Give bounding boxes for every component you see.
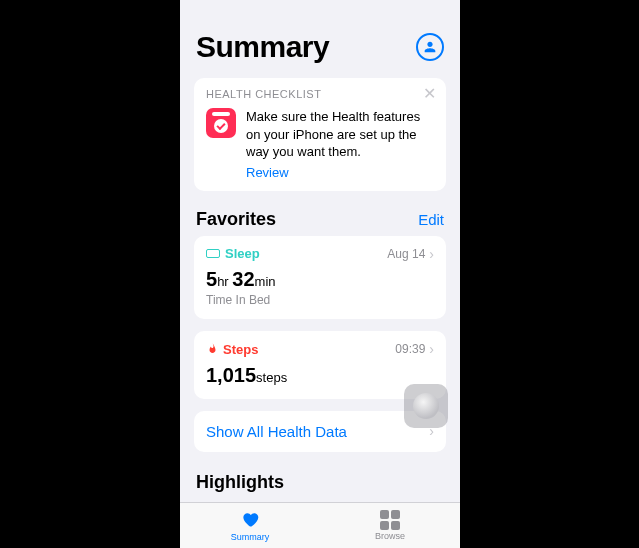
steps-metric: 1,015steps	[206, 364, 434, 387]
sleep-category: Sleep	[206, 246, 260, 261]
favorites-header: Favorites Edit	[194, 205, 446, 236]
sleep-label: Sleep	[225, 246, 260, 261]
flame-icon	[206, 341, 218, 358]
steps-label: Steps	[223, 342, 258, 357]
sleep-sub: Time In Bed	[206, 293, 434, 307]
checklist-text: Make sure the Health features on your iP…	[246, 108, 434, 161]
favorites-title: Favorites	[196, 209, 276, 230]
close-icon[interactable]: ✕	[423, 86, 436, 102]
bed-icon	[206, 249, 220, 258]
assistive-touch[interactable]	[404, 384, 448, 428]
chevron-right-icon: ›	[429, 246, 434, 262]
tab-browse-label: Browse	[375, 531, 405, 541]
show-all-label: Show All Health Data	[206, 423, 347, 440]
phone-screen: Summary ✕ HEALTH CHECKLIST Make sure the…	[180, 0, 460, 548]
tab-summary-label: Summary	[231, 532, 270, 542]
tab-summary[interactable]: Summary	[180, 503, 320, 548]
checklist-icon	[206, 108, 236, 138]
review-link[interactable]: Review	[246, 165, 289, 180]
heart-icon	[239, 509, 261, 531]
page-title: Summary	[196, 30, 329, 64]
highlights-header: Highlights	[194, 468, 446, 499]
edit-button[interactable]: Edit	[418, 211, 444, 228]
checklist-eyebrow: HEALTH CHECKLIST	[206, 88, 434, 100]
profile-icon[interactable]	[416, 33, 444, 61]
grid-icon	[380, 510, 400, 530]
health-checklist-card[interactable]: ✕ HEALTH CHECKLIST Make sure the Health …	[194, 78, 446, 191]
sleep-card[interactable]: Sleep Aug 14 › 5hr 32min Time In Bed	[194, 236, 446, 319]
page-header: Summary	[194, 0, 446, 78]
steps-time: 09:39	[395, 342, 425, 356]
highlights-title: Highlights	[196, 472, 284, 493]
sleep-date: Aug 14	[387, 247, 425, 261]
tab-bar: Summary Browse	[180, 502, 460, 548]
chevron-right-icon: ›	[429, 341, 434, 357]
steps-category: Steps	[206, 341, 258, 358]
tab-browse[interactable]: Browse	[320, 503, 460, 548]
sleep-metric: 5hr 32min	[206, 268, 434, 291]
